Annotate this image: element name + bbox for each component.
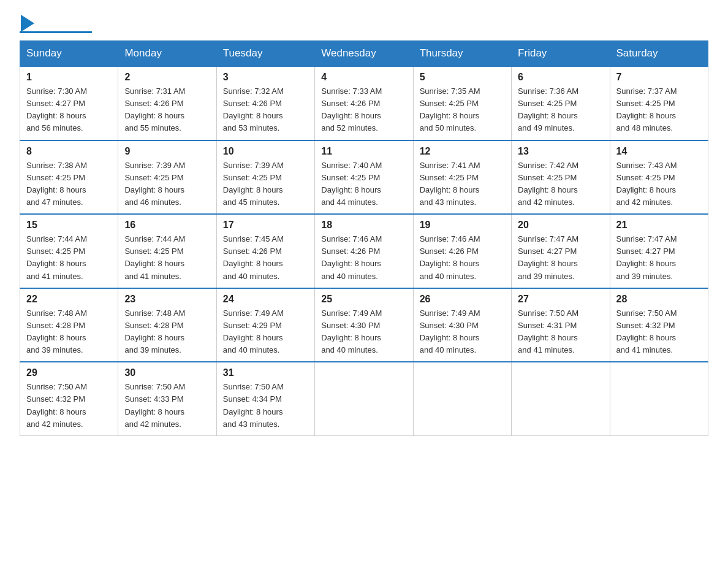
day-number: 19 (420, 220, 505, 231)
day-number: 16 (124, 220, 210, 231)
day-info: Sunrise: 7:48 AMSunset: 4:28 PMDaylight:… (26, 307, 112, 357)
day-number: 3 (223, 72, 308, 83)
logo (20, 15, 92, 33)
day-number: 21 (616, 220, 702, 231)
day-info: Sunrise: 7:50 AMSunset: 4:32 PMDaylight:… (616, 307, 702, 357)
day-number: 20 (518, 220, 603, 231)
weekday-header-wednesday: Wednesday (315, 41, 413, 67)
day-info: Sunrise: 7:35 AMSunset: 4:25 PMDaylight:… (420, 85, 505, 135)
day-cell-12: 12 Sunrise: 7:41 AMSunset: 4:25 PMDaylig… (413, 140, 511, 215)
week-row-2: 8 Sunrise: 7:38 AMSunset: 4:25 PMDayligh… (20, 140, 708, 215)
day-number: 7 (616, 72, 702, 83)
day-cell-30: 30 Sunrise: 7:50 AMSunset: 4:33 PMDaylig… (118, 362, 216, 435)
empty-cell (512, 362, 610, 435)
day-cell-18: 18 Sunrise: 7:46 AMSunset: 4:26 PMDaylig… (315, 214, 413, 288)
day-cell-29: 29 Sunrise: 7:50 AMSunset: 4:32 PMDaylig… (20, 362, 118, 435)
day-info: Sunrise: 7:49 AMSunset: 4:29 PMDaylight:… (223, 307, 308, 357)
day-cell-7: 7 Sunrise: 7:37 AMSunset: 4:25 PMDayligh… (610, 66, 708, 140)
day-info: Sunrise: 7:38 AMSunset: 4:25 PMDaylight:… (26, 159, 112, 209)
day-info: Sunrise: 7:41 AMSunset: 4:25 PMDaylight:… (420, 159, 505, 209)
day-cell-20: 20 Sunrise: 7:47 AMSunset: 4:27 PMDaylig… (512, 214, 610, 288)
page-header (20, 15, 708, 33)
day-number: 13 (518, 146, 603, 157)
day-cell-25: 25 Sunrise: 7:49 AMSunset: 4:30 PMDaylig… (315, 288, 413, 362)
day-number: 11 (321, 146, 406, 157)
day-info: Sunrise: 7:42 AMSunset: 4:25 PMDaylight:… (518, 159, 603, 209)
day-cell-11: 11 Sunrise: 7:40 AMSunset: 4:25 PMDaylig… (315, 140, 413, 215)
day-cell-24: 24 Sunrise: 7:49 AMSunset: 4:29 PMDaylig… (216, 288, 314, 362)
empty-cell (610, 362, 708, 435)
day-number: 27 (518, 294, 603, 305)
day-cell-14: 14 Sunrise: 7:43 AMSunset: 4:25 PMDaylig… (610, 140, 708, 215)
day-info: Sunrise: 7:50 AMSunset: 4:31 PMDaylight:… (518, 307, 603, 357)
weekday-header-row: SundayMondayTuesdayWednesdayThursdayFrid… (20, 41, 708, 67)
day-info: Sunrise: 7:40 AMSunset: 4:25 PMDaylight:… (321, 159, 406, 209)
day-cell-13: 13 Sunrise: 7:42 AMSunset: 4:25 PMDaylig… (512, 140, 610, 215)
day-number: 9 (124, 146, 210, 157)
day-number: 31 (223, 367, 308, 378)
day-info: Sunrise: 7:47 AMSunset: 4:27 PMDaylight:… (616, 233, 702, 283)
day-info: Sunrise: 7:33 AMSunset: 4:26 PMDaylight:… (321, 85, 406, 135)
day-cell-10: 10 Sunrise: 7:39 AMSunset: 4:25 PMDaylig… (216, 140, 314, 215)
day-info: Sunrise: 7:37 AMSunset: 4:25 PMDaylight:… (616, 85, 702, 135)
day-number: 12 (420, 146, 505, 157)
day-cell-9: 9 Sunrise: 7:39 AMSunset: 4:25 PMDayligh… (118, 140, 216, 215)
day-number: 8 (26, 146, 112, 157)
week-row-1: 1 Sunrise: 7:30 AMSunset: 4:27 PMDayligh… (20, 66, 708, 140)
day-number: 28 (616, 294, 702, 305)
day-info: Sunrise: 7:32 AMSunset: 4:26 PMDaylight:… (223, 85, 308, 135)
day-number: 10 (223, 146, 308, 157)
day-number: 29 (26, 367, 112, 378)
day-cell-2: 2 Sunrise: 7:31 AMSunset: 4:26 PMDayligh… (118, 66, 216, 140)
day-cell-21: 21 Sunrise: 7:47 AMSunset: 4:27 PMDaylig… (610, 214, 708, 288)
week-row-4: 22 Sunrise: 7:48 AMSunset: 4:28 PMDaylig… (20, 288, 708, 362)
day-cell-31: 31 Sunrise: 7:50 AMSunset: 4:34 PMDaylig… (216, 362, 314, 435)
day-number: 2 (124, 72, 210, 83)
day-number: 5 (420, 72, 505, 83)
day-cell-16: 16 Sunrise: 7:44 AMSunset: 4:25 PMDaylig… (118, 214, 216, 288)
day-number: 18 (321, 220, 406, 231)
day-number: 30 (124, 367, 210, 378)
day-info: Sunrise: 7:44 AMSunset: 4:25 PMDaylight:… (124, 233, 210, 283)
day-cell-8: 8 Sunrise: 7:38 AMSunset: 4:25 PMDayligh… (20, 140, 118, 215)
day-cell-3: 3 Sunrise: 7:32 AMSunset: 4:26 PMDayligh… (216, 66, 314, 140)
day-number: 15 (26, 220, 112, 231)
svg-marker-0 (21, 15, 34, 32)
day-cell-1: 1 Sunrise: 7:30 AMSunset: 4:27 PMDayligh… (20, 66, 118, 140)
day-cell-4: 4 Sunrise: 7:33 AMSunset: 4:26 PMDayligh… (315, 66, 413, 140)
day-cell-5: 5 Sunrise: 7:35 AMSunset: 4:25 PMDayligh… (413, 66, 511, 140)
day-number: 23 (124, 294, 210, 305)
day-cell-17: 17 Sunrise: 7:45 AMSunset: 4:26 PMDaylig… (216, 214, 314, 288)
day-info: Sunrise: 7:50 AMSunset: 4:34 PMDaylight:… (223, 381, 308, 431)
empty-cell (413, 362, 511, 435)
day-info: Sunrise: 7:31 AMSunset: 4:26 PMDaylight:… (124, 85, 210, 135)
weekday-header-thursday: Thursday (413, 41, 511, 67)
logo-arrow-icon (21, 15, 34, 32)
weekday-header-friday: Friday (512, 41, 610, 67)
day-cell-19: 19 Sunrise: 7:46 AMSunset: 4:26 PMDaylig… (413, 214, 511, 288)
day-cell-15: 15 Sunrise: 7:44 AMSunset: 4:25 PMDaylig… (20, 214, 118, 288)
week-row-3: 15 Sunrise: 7:44 AMSunset: 4:25 PMDaylig… (20, 214, 708, 288)
day-info: Sunrise: 7:46 AMSunset: 4:26 PMDaylight:… (321, 233, 406, 283)
weekday-header-sunday: Sunday (20, 41, 118, 67)
day-number: 4 (321, 72, 406, 83)
week-row-5: 29 Sunrise: 7:50 AMSunset: 4:32 PMDaylig… (20, 362, 708, 435)
day-cell-23: 23 Sunrise: 7:48 AMSunset: 4:28 PMDaylig… (118, 288, 216, 362)
calendar-table: SundayMondayTuesdayWednesdayThursdayFrid… (20, 40, 708, 436)
day-info: Sunrise: 7:39 AMSunset: 4:25 PMDaylight:… (223, 159, 308, 209)
day-info: Sunrise: 7:48 AMSunset: 4:28 PMDaylight:… (124, 307, 210, 357)
day-info: Sunrise: 7:45 AMSunset: 4:26 PMDaylight:… (223, 233, 308, 283)
day-cell-6: 6 Sunrise: 7:36 AMSunset: 4:25 PMDayligh… (512, 66, 610, 140)
day-info: Sunrise: 7:50 AMSunset: 4:32 PMDaylight:… (26, 381, 112, 431)
day-number: 1 (26, 72, 112, 83)
day-info: Sunrise: 7:49 AMSunset: 4:30 PMDaylight:… (420, 307, 505, 357)
weekday-header-monday: Monday (118, 41, 216, 67)
day-cell-26: 26 Sunrise: 7:49 AMSunset: 4:30 PMDaylig… (413, 288, 511, 362)
day-number: 22 (26, 294, 112, 305)
day-info: Sunrise: 7:49 AMSunset: 4:30 PMDaylight:… (321, 307, 406, 357)
weekday-header-tuesday: Tuesday (216, 41, 314, 67)
weekday-header-saturday: Saturday (610, 41, 708, 67)
day-info: Sunrise: 7:43 AMSunset: 4:25 PMDaylight:… (616, 159, 702, 209)
day-number: 6 (518, 72, 603, 83)
day-info: Sunrise: 7:39 AMSunset: 4:25 PMDaylight:… (124, 159, 210, 209)
